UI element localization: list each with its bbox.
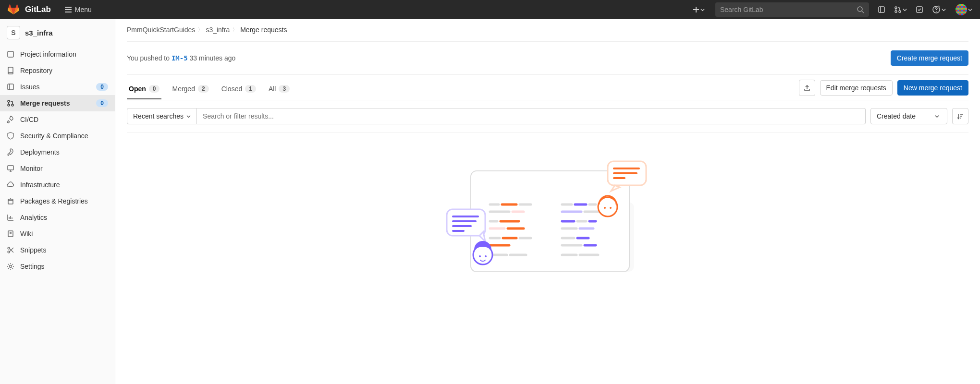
user-menu[interactable] bbox=[950, 4, 972, 15]
monitor-icon bbox=[7, 165, 14, 172]
sidebar-item-analytics[interactable]: Analytics bbox=[0, 209, 115, 226]
sidebar: S s3_infra Project information Repositor… bbox=[0, 19, 115, 384]
issues-shortcut[interactable] bbox=[878, 6, 885, 13]
sort-dropdown[interactable]: Created date bbox=[870, 108, 947, 124]
topbar-right bbox=[690, 2, 972, 17]
sidebar-item-label: Project information bbox=[20, 50, 108, 58]
tab-label: Closed bbox=[221, 85, 243, 93]
tab-open[interactable]: Open 0 bbox=[127, 80, 161, 99]
search-icon bbox=[857, 6, 864, 13]
sort-direction-button[interactable] bbox=[952, 108, 968, 124]
svg-point-7 bbox=[936, 11, 937, 12]
svg-rect-10 bbox=[8, 67, 13, 74]
tab-label: Open bbox=[129, 85, 146, 93]
export-icon bbox=[803, 84, 811, 92]
sidebar-item-label: Issues bbox=[20, 83, 90, 91]
svg-point-19 bbox=[8, 251, 10, 253]
edit-merge-requests-button[interactable]: Edit merge requests bbox=[820, 80, 893, 96]
chart-icon bbox=[7, 214, 14, 221]
filter-input[interactable] bbox=[197, 108, 866, 124]
sidebar-item-snippets[interactable]: Snippets bbox=[0, 242, 115, 258]
svg-point-12 bbox=[8, 100, 10, 102]
sidebar-item-infrastructure[interactable]: Infrastructure bbox=[0, 177, 115, 193]
create-merge-request-button[interactable]: Create merge request bbox=[891, 50, 968, 66]
search-input[interactable] bbox=[720, 6, 857, 13]
tab-closed[interactable]: Closed 1 bbox=[220, 80, 258, 99]
svg-point-14 bbox=[12, 104, 13, 106]
hamburger-icon bbox=[64, 6, 72, 13]
tab-merged[interactable]: Merged 2 bbox=[170, 80, 210, 99]
chevron-down-icon bbox=[942, 8, 946, 12]
push-text: You pushed to IM-5 33 minutes ago bbox=[127, 54, 235, 62]
new-merge-request-button[interactable]: New merge request bbox=[897, 80, 968, 96]
svg-point-4 bbox=[899, 11, 901, 12]
export-button[interactable] bbox=[799, 80, 815, 96]
todo-icon bbox=[916, 6, 923, 13]
plus-icon bbox=[693, 6, 699, 13]
sidebar-item-repository[interactable]: Repository bbox=[0, 62, 115, 79]
svg-rect-11 bbox=[8, 84, 13, 90]
svg-point-67 bbox=[479, 255, 481, 257]
sidebar-item-label: Packages & Registries bbox=[20, 197, 108, 205]
breadcrumb-separator: 〉 bbox=[233, 26, 237, 33]
svg-point-18 bbox=[8, 247, 10, 249]
svg-rect-16 bbox=[8, 199, 13, 204]
tab-count: 1 bbox=[245, 85, 256, 93]
create-new-dropdown[interactable] bbox=[690, 4, 708, 15]
svg-rect-1 bbox=[879, 7, 884, 12]
search-bar[interactable] bbox=[715, 2, 869, 17]
gitlab-logo[interactable] bbox=[8, 4, 19, 16]
sidebar-item-cicd[interactable]: CI/CD bbox=[0, 111, 115, 128]
topbar-left: GitLab Menu bbox=[8, 4, 92, 16]
project-header[interactable]: S s3_infra bbox=[0, 23, 115, 46]
chevron-down-icon bbox=[186, 114, 191, 119]
shield-icon bbox=[7, 132, 14, 140]
help-icon bbox=[932, 5, 941, 14]
breadcrumb: PmmQuickStartGuides 〉 s3_infra 〉 Merge r… bbox=[127, 26, 968, 42]
svg-rect-9 bbox=[8, 51, 13, 57]
sidebar-item-deployments[interactable]: Deployments bbox=[0, 144, 115, 160]
recent-push-notice: You pushed to IM-5 33 minutes ago Create… bbox=[127, 42, 968, 75]
sidebar-item-monitor[interactable]: Monitor bbox=[0, 160, 115, 177]
push-branch-link[interactable]: IM-5 bbox=[172, 54, 188, 62]
home-icon bbox=[7, 50, 14, 58]
chevron-down-icon bbox=[968, 8, 972, 12]
sidebar-item-merge-requests[interactable]: Merge requests 0 bbox=[0, 95, 115, 111]
sidebar-item-project-information[interactable]: Project information bbox=[0, 46, 115, 62]
breadcrumb-separator: 〉 bbox=[198, 26, 203, 33]
sidebar-item-wiki[interactable]: Wiki bbox=[0, 226, 115, 242]
todos-shortcut[interactable] bbox=[916, 6, 923, 13]
sidebar-item-packages[interactable]: Packages & Registries bbox=[0, 193, 115, 209]
breadcrumb-group[interactable]: PmmQuickStartGuides bbox=[127, 26, 195, 34]
cloud-icon bbox=[7, 181, 14, 189]
chevron-down-icon bbox=[903, 8, 907, 12]
tab-label: Merged bbox=[172, 85, 195, 93]
sidebar-item-issues[interactable]: Issues 0 bbox=[0, 79, 115, 95]
merge-requests-shortcut[interactable] bbox=[894, 6, 907, 13]
tabs-actions: Edit merge requests New merge request bbox=[799, 80, 968, 100]
breadcrumb-project[interactable]: s3_infra bbox=[206, 26, 230, 34]
svg-point-8 bbox=[938, 6, 940, 8]
menu-button[interactable]: Menu bbox=[64, 6, 92, 13]
tab-count: 2 bbox=[198, 85, 209, 93]
svg-point-13 bbox=[8, 104, 10, 106]
svg-point-3 bbox=[895, 11, 897, 12]
tab-label: All bbox=[269, 85, 276, 93]
user-avatar bbox=[956, 4, 967, 15]
repository-icon bbox=[7, 67, 14, 74]
help-dropdown[interactable] bbox=[932, 5, 946, 14]
svg-point-60 bbox=[610, 207, 612, 209]
tab-all[interactable]: All 3 bbox=[267, 80, 292, 99]
sidebar-item-label: CI/CD bbox=[20, 116, 108, 123]
sidebar-item-label: Snippets bbox=[20, 246, 108, 254]
brand-name[interactable]: GitLab bbox=[25, 5, 51, 14]
svg-point-2 bbox=[895, 7, 897, 9]
filter-row: Recent searches Created date bbox=[127, 100, 968, 132]
recent-searches-dropdown[interactable]: Recent searches bbox=[127, 108, 197, 124]
sidebar-item-security[interactable]: Security & Compliance bbox=[0, 128, 115, 144]
tab-count: 0 bbox=[149, 85, 160, 93]
sidebar-item-settings[interactable]: Settings bbox=[0, 258, 115, 275]
empty-state-illustration bbox=[127, 132, 968, 272]
book-icon bbox=[7, 230, 14, 238]
push-suffix: 33 minutes ago bbox=[188, 54, 236, 62]
